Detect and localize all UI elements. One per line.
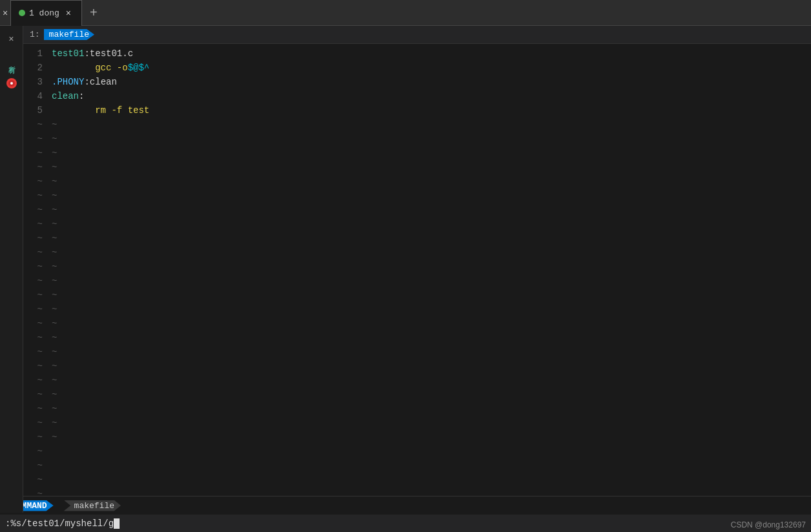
editor-tab[interactable]: 1 dong × bbox=[10, 0, 82, 26]
tilde: ~ bbox=[23, 217, 43, 231]
code-token: clean bbox=[52, 89, 79, 103]
command-text: :%s/test01/myshell/g bbox=[5, 518, 114, 529]
tilde: ~ bbox=[23, 487, 43, 496]
tilde: ~ bbox=[23, 458, 43, 473]
tilde: ~ bbox=[23, 160, 43, 174]
watermark: CSDN @dong132697 bbox=[731, 520, 806, 529]
code-token: $@ bbox=[128, 61, 139, 75]
tilde-line: ~ bbox=[52, 245, 811, 260]
code-line-5: rm -f test bbox=[52, 103, 811, 118]
tilde-line: ~ bbox=[52, 402, 811, 416]
tilde-line: ~ bbox=[52, 430, 811, 444]
tilde: ~ bbox=[23, 245, 43, 260]
code-token: : bbox=[84, 75, 89, 89]
tilde-line: ~ bbox=[52, 288, 811, 302]
tilde: ~ bbox=[23, 260, 43, 274]
code-token: .PHONY bbox=[52, 75, 84, 89]
top-bar: × 1 dong × + bbox=[0, 0, 811, 26]
code-token: $^ bbox=[138, 61, 149, 75]
tilde-line: ~ bbox=[52, 274, 811, 288]
window-close-button[interactable]: × bbox=[0, 8, 10, 18]
mode-line: COMMAND makefile bbox=[0, 496, 811, 515]
code-token: test01 bbox=[52, 46, 84, 61]
code-line-1: test01:test01.c bbox=[52, 46, 811, 61]
tilde-line: ~ bbox=[52, 203, 811, 217]
code-area: 1 2 3 4 5 ~ ~ ~ ~ ~ ~ ~ ~ ~ ~ ~ ~ ~ ~ ~ … bbox=[23, 44, 811, 496]
line-number-1: 1 bbox=[23, 46, 49, 61]
code-line-3: .PHONY:clean bbox=[52, 75, 811, 89]
line-number-5: 5 bbox=[23, 103, 49, 118]
tilde-line: ~ bbox=[52, 160, 811, 174]
command-input[interactable]: :%s/test01/myshell/g bbox=[5, 518, 120, 529]
code-line-2: gcc -o $@ $^ bbox=[52, 61, 811, 75]
tilde: ~ bbox=[23, 174, 43, 189]
all-icon[interactable]: 所有 bbox=[3, 53, 20, 70]
code-token bbox=[52, 61, 95, 75]
breadcrumb-filename: makefile bbox=[44, 29, 94, 40]
tilde: ~ bbox=[23, 132, 43, 146]
tab-dot bbox=[19, 10, 25, 16]
status-bar: COMMAND makefile :%s/test01/myshell/g bbox=[0, 496, 811, 532]
tilde: ~ bbox=[23, 288, 43, 302]
tab-label: 1 dong bbox=[29, 8, 59, 18]
line-number-3: 3 bbox=[23, 75, 49, 89]
cursor bbox=[114, 518, 120, 529]
tilde: ~ bbox=[23, 316, 43, 331]
tilde-line: ~ bbox=[52, 260, 811, 274]
close-icon[interactable]: × bbox=[3, 31, 20, 48]
tilde: ~ bbox=[23, 203, 43, 217]
tilde-line: ~ bbox=[52, 174, 811, 189]
left-sidebar: × 所有 bbox=[0, 26, 23, 513]
tilde: ~ bbox=[23, 387, 43, 402]
line-number-2: 2 bbox=[23, 61, 49, 75]
tilde-line: ~ bbox=[52, 146, 811, 160]
status-filename: makefile bbox=[64, 500, 121, 511]
line-numbers: 1 2 3 4 5 ~ ~ ~ ~ ~ ~ ~ ~ ~ ~ ~ ~ ~ ~ ~ … bbox=[23, 46, 49, 496]
command-line[interactable]: :%s/test01/myshell/g bbox=[0, 515, 811, 532]
tilde-line: ~ bbox=[52, 217, 811, 231]
code-token: : bbox=[79, 89, 84, 103]
tilde-line: ~ bbox=[52, 302, 811, 316]
tilde-line: ~ bbox=[52, 416, 811, 430]
code-token: : bbox=[84, 46, 89, 61]
tilde: ~ bbox=[23, 416, 43, 430]
breadcrumb-number: 1: bbox=[30, 30, 40, 39]
tilde-line: ~ bbox=[52, 345, 811, 359]
tilde: ~ bbox=[23, 444, 43, 458]
editor-container: 1: makefile 1 2 3 4 5 ~ ~ ~ ~ ~ ~ ~ ~ ~ … bbox=[23, 26, 811, 496]
breadcrumb: 1: makefile bbox=[23, 26, 811, 44]
tilde-line: ~ bbox=[52, 231, 811, 245]
svg-point-2 bbox=[10, 82, 13, 85]
tilde-line: ~ bbox=[52, 132, 811, 146]
code-token: rm -f test bbox=[95, 103, 149, 118]
tilde: ~ bbox=[23, 402, 43, 416]
home-icon[interactable] bbox=[3, 75, 20, 92]
code-content[interactable]: test01:test01.c gcc -o $@ $^ .PHONY:clea… bbox=[49, 46, 811, 496]
tilde: ~ bbox=[23, 430, 43, 444]
code-token bbox=[52, 103, 95, 118]
tilde: ~ bbox=[23, 359, 43, 373]
tab-close-button[interactable]: × bbox=[63, 8, 74, 18]
code-line-4: clean: bbox=[52, 89, 811, 103]
tilde-line: ~ bbox=[52, 118, 811, 132]
tilde-line: ~ bbox=[52, 316, 811, 331]
tilde: ~ bbox=[23, 146, 43, 160]
tilde: ~ bbox=[23, 189, 43, 203]
tilde-line: ~ bbox=[52, 387, 811, 402]
code-token: gcc -o bbox=[95, 61, 127, 75]
tilde: ~ bbox=[23, 345, 43, 359]
tilde: ~ bbox=[23, 274, 43, 288]
code-token: test01.c bbox=[90, 46, 133, 61]
tilde: ~ bbox=[23, 331, 43, 345]
tilde: ~ bbox=[23, 118, 43, 132]
tilde-line: ~ bbox=[52, 359, 811, 373]
code-token: clean bbox=[90, 75, 117, 89]
tilde: ~ bbox=[23, 473, 43, 487]
tilde: ~ bbox=[23, 373, 43, 387]
line-number-4: 4 bbox=[23, 89, 49, 103]
tilde-line: ~ bbox=[52, 373, 811, 387]
tilde-line: ~ bbox=[52, 189, 811, 203]
tilde: ~ bbox=[23, 302, 43, 316]
tilde: ~ bbox=[23, 231, 43, 245]
new-tab-button[interactable]: + bbox=[85, 4, 103, 22]
